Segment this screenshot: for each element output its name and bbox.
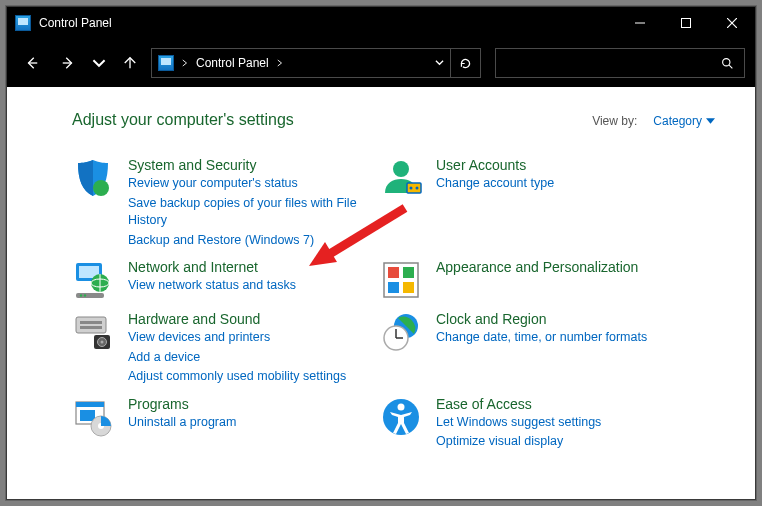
view-by-dropdown[interactable]: Category [653,114,715,128]
svg-rect-31 [76,317,106,333]
back-button[interactable] [17,48,47,78]
svg-rect-41 [80,410,95,421]
svg-point-36 [101,341,104,344]
svg-line-8 [729,65,732,68]
window-controls [617,7,755,39]
refresh-icon [459,57,472,70]
svg-point-25 [80,294,82,296]
category-title[interactable]: User Accounts [436,157,554,173]
category-hardware-sound: Hardware and Sound View devices and prin… [72,311,372,386]
content-header: Adjust your computer's settings View by:… [72,111,725,129]
category-title[interactable]: Ease of Access [436,396,601,412]
network-icon [72,259,114,301]
view-by: View by: Category [592,114,725,128]
svg-point-38 [398,403,405,410]
accessibility-icon [380,396,422,438]
svg-point-26 [84,294,86,296]
breadcrumb-label: Control Panel [196,56,269,70]
svg-rect-11 [407,183,421,193]
caret-down-icon [706,118,715,124]
recent-locations-button[interactable] [89,48,109,78]
category-link[interactable]: View network status and tasks [128,277,296,295]
category-title[interactable]: Hardware and Sound [128,311,346,327]
chevron-down-icon [92,56,106,70]
address-bar[interactable]: Control Panel [151,48,451,78]
category-ease-of-access: Ease of Access Let Windows suggest setti… [380,396,680,451]
search-icon [721,57,734,70]
category-link[interactable]: Add a device [128,349,346,367]
titlebar: Control Panel [7,7,755,39]
category-grid: System and Security Review your computer… [72,157,725,451]
category-link[interactable]: View devices and printers [128,329,346,347]
shield-icon [72,157,114,199]
svg-point-10 [393,161,409,177]
programs-icon [72,396,114,438]
control-panel-icon [158,55,174,71]
category-title[interactable]: Appearance and Personalization [436,259,638,275]
category-link[interactable]: Adjust commonly used mobility settings [128,368,346,386]
address-dropdown-button[interactable] [435,56,444,70]
svg-rect-33 [80,326,102,329]
view-by-value: Category [653,114,702,128]
category-user-accounts: User Accounts Change account type [380,157,680,249]
appearance-icon [380,259,422,301]
hardware-icon [72,311,114,353]
category-link[interactable]: Optimize visual display [436,433,601,451]
titlebar-left: Control Panel [15,15,112,31]
arrow-right-icon [61,56,75,70]
category-programs: Programs Uninstall a program [72,396,372,451]
page-title: Adjust your computer's settings [72,111,294,129]
up-button[interactable] [115,48,145,78]
svg-point-9 [93,180,109,196]
category-title[interactable]: Network and Internet [128,259,296,275]
refresh-button[interactable] [451,48,481,78]
category-clock-region: Clock and Region Change date, time, or n… [380,311,680,386]
svg-point-12 [410,187,413,190]
control-panel-window: Control Panel [6,6,756,500]
minimize-icon [635,18,645,28]
svg-rect-32 [80,321,102,324]
category-link[interactable]: Let Windows suggest settings [436,414,601,432]
search-box[interactable] [495,48,745,78]
category-link[interactable]: Change account type [436,175,554,193]
category-link[interactable]: Save backup copies of your files with Fi… [128,195,372,230]
svg-rect-16 [403,267,414,278]
category-link[interactable]: Backup and Restore (Windows 7) [128,232,372,250]
forward-button[interactable] [53,48,83,78]
close-icon [727,18,737,28]
arrow-up-icon [123,56,137,70]
control-panel-icon [15,15,31,31]
svg-rect-18 [403,282,414,293]
chevron-down-icon [435,58,444,67]
category-link[interactable]: Change date, time, or number formats [436,329,647,347]
category-link[interactable]: Uninstall a program [128,414,236,432]
category-system-security: System and Security Review your computer… [72,157,372,249]
user-icon [380,157,422,199]
category-link[interactable]: Review your computer's status [128,175,372,193]
svg-rect-1 [682,19,691,28]
breadcrumb-separator-icon [277,59,283,67]
svg-rect-15 [388,267,399,278]
svg-rect-17 [388,282,399,293]
breadcrumb-separator-icon [182,56,188,70]
navbar: Control Panel [7,39,755,87]
maximize-icon [681,18,691,28]
content-area: Adjust your computer's settings View by:… [7,87,755,499]
maximize-button[interactable] [663,7,709,39]
category-appearance: Appearance and Personalization [380,259,680,301]
category-title[interactable]: Programs [128,396,236,412]
category-title[interactable]: System and Security [128,157,372,173]
category-network-internet: Network and Internet View network status… [72,259,372,301]
close-button[interactable] [709,7,755,39]
view-by-label: View by: [592,114,637,128]
window-title: Control Panel [39,16,112,30]
svg-rect-40 [76,402,104,407]
svg-point-13 [416,187,419,190]
clock-icon [380,311,422,353]
arrow-left-icon [25,56,39,70]
svg-point-7 [723,58,730,65]
category-title[interactable]: Clock and Region [436,311,647,327]
minimize-button[interactable] [617,7,663,39]
breadcrumb-item[interactable]: Control Panel [196,56,283,70]
